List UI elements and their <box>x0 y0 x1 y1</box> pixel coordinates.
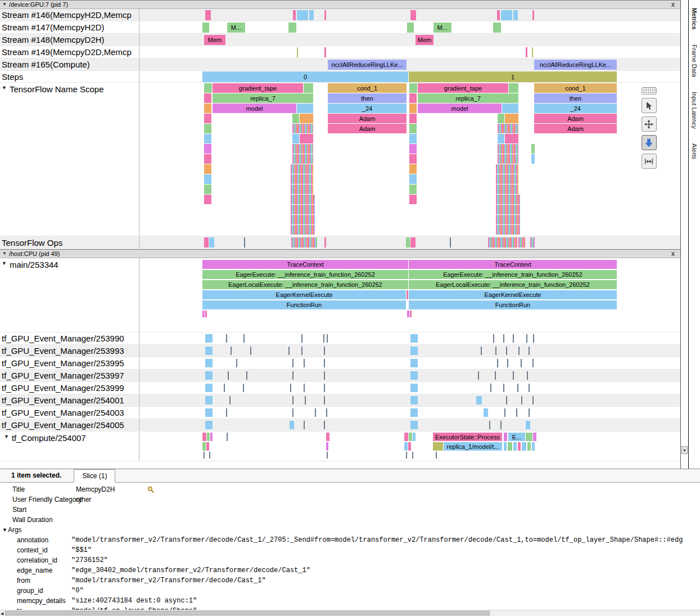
slice[interactable] <box>226 408 227 417</box>
slice[interactable] <box>292 134 299 143</box>
slice[interactable] <box>236 359 237 367</box>
slice-adam[interactable]: Adam <box>328 124 407 133</box>
slice-cond-1[interactable]: cond_1 <box>328 83 407 93</box>
slice[interactable] <box>324 47 326 57</box>
slice[interactable] <box>408 442 411 451</box>
slice-gradient-tape[interactable]: gradient_tape <box>213 83 303 93</box>
slice[interactable] <box>304 83 313 93</box>
close-icon[interactable]: x <box>671 250 675 258</box>
slice[interactable] <box>518 237 525 248</box>
slice-ncclallreduceringllke[interactable]: ncclAllReduceRingLLKe... <box>328 60 407 70</box>
slice[interactable] <box>516 408 517 417</box>
slice[interactable] <box>292 359 293 367</box>
slice[interactable] <box>532 396 534 404</box>
scrollbar-thumb[interactable] <box>5 611 490 615</box>
slice-functionrun[interactable]: FunctionRun <box>202 300 406 309</box>
slice[interactable] <box>513 334 514 343</box>
slice[interactable] <box>496 195 520 204</box>
vertical-scrollbar[interactable]: ▼ <box>680 0 688 469</box>
slice[interactable] <box>407 290 408 299</box>
slice[interactable] <box>291 174 313 184</box>
slice-tracecontext[interactable]: TraceContext <box>409 260 617 269</box>
slice[interactable] <box>204 452 205 458</box>
slice[interactable] <box>495 347 496 355</box>
slice[interactable] <box>210 433 213 441</box>
slice[interactable] <box>496 164 518 174</box>
slice[interactable] <box>246 371 247 380</box>
slice[interactable] <box>526 421 530 429</box>
slice[interactable] <box>202 433 206 441</box>
slice[interactable] <box>205 347 213 355</box>
slice[interactable] <box>227 433 228 441</box>
slice[interactable] <box>205 408 213 417</box>
right-tab-metrics[interactable]: Metrics <box>691 8 698 30</box>
slice-adam[interactable]: Adam <box>534 124 617 133</box>
slice[interactable] <box>204 134 211 143</box>
slice[interactable] <box>409 104 417 113</box>
slice[interactable] <box>292 114 299 123</box>
slice[interactable] <box>243 384 244 392</box>
slice-0[interactable]: 0 <box>202 71 408 82</box>
slice[interactable] <box>291 215 315 224</box>
slice-replica-7[interactable]: replica_7 <box>213 93 313 103</box>
slice[interactable] <box>410 396 418 404</box>
slice[interactable] <box>291 185 313 194</box>
slice[interactable] <box>204 174 211 184</box>
slice[interactable] <box>324 371 325 380</box>
slice[interactable] <box>291 195 315 204</box>
slice[interactable] <box>409 144 417 154</box>
slice[interactable] <box>498 124 518 133</box>
slice[interactable] <box>297 47 298 57</box>
slice[interactable] <box>297 10 308 20</box>
slice[interactable] <box>481 347 482 355</box>
slice[interactable] <box>324 10 326 20</box>
slice[interactable] <box>478 371 479 380</box>
slice[interactable] <box>527 371 528 380</box>
slice[interactable] <box>493 334 494 343</box>
slice[interactable] <box>509 83 518 93</box>
slice[interactable] <box>205 311 207 317</box>
slice[interactable] <box>204 185 211 194</box>
slice[interactable] <box>292 371 293 380</box>
slice[interactable] <box>327 334 328 343</box>
slice-then[interactable]: then <box>328 93 407 103</box>
slice[interactable] <box>205 384 213 392</box>
slice[interactable] <box>497 10 500 20</box>
slice-adam[interactable]: Adam <box>534 114 617 123</box>
slice[interactable] <box>409 185 417 194</box>
collapse-triangle-icon[interactable]: ▼ <box>4 434 9 439</box>
slice[interactable] <box>496 205 520 214</box>
slice[interactable] <box>450 237 451 248</box>
slice-eagerexecute-inference-train-function-260252[interactable]: EagerExecute: __inference_train_function… <box>202 270 408 279</box>
slice-m[interactable]: M... <box>433 23 451 33</box>
slice[interactable] <box>497 359 498 367</box>
slice[interactable] <box>476 396 482 404</box>
slice[interactable] <box>409 134 417 143</box>
slice[interactable] <box>506 347 507 355</box>
slice[interactable] <box>292 124 313 133</box>
row-label-main-253344[interactable]: ▼main/253344 <box>0 258 139 332</box>
tab-slice[interactable]: Slice (1) <box>74 469 115 483</box>
slice-adam[interactable]: Adam <box>328 114 407 123</box>
slice[interactable] <box>533 433 536 441</box>
slice[interactable] <box>205 421 213 429</box>
slice[interactable] <box>533 334 534 343</box>
slice[interactable] <box>315 408 316 417</box>
slice[interactable] <box>202 311 205 317</box>
slice-model[interactable]: model <box>213 104 296 113</box>
slice[interactable] <box>324 237 326 248</box>
slice[interactable] <box>204 154 211 164</box>
slice[interactable] <box>204 93 211 103</box>
slice-m[interactable]: M... <box>227 23 245 33</box>
slice[interactable] <box>300 134 313 143</box>
slice[interactable] <box>490 384 491 392</box>
slice[interactable] <box>309 10 314 20</box>
slice[interactable] <box>529 347 530 355</box>
slice[interactable] <box>292 408 293 417</box>
right-tab-input-latency[interactable]: Input Latency <box>691 92 698 129</box>
slice-eagerlocalexecute-inference-train-function-260252[interactable]: EagerLocalExecute: __inference_train_fun… <box>409 280 617 289</box>
slice[interactable] <box>304 359 305 367</box>
slice[interactable] <box>410 371 418 380</box>
slice[interactable] <box>488 237 517 248</box>
right-tab-frame-data[interactable]: Frame Data <box>691 44 698 77</box>
